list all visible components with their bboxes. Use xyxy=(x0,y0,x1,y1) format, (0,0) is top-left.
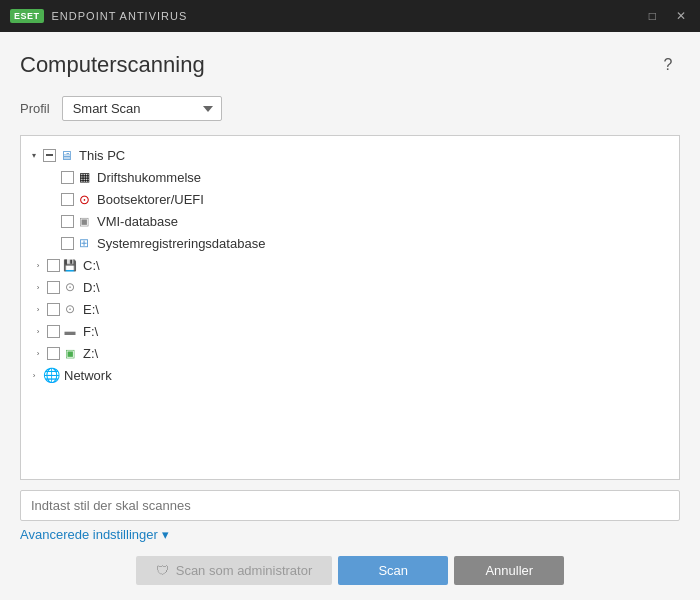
checkbox-e[interactable] xyxy=(47,303,60,316)
app-title: ENDPOINT ANTIVIRUS xyxy=(52,10,188,22)
tree-panel[interactable]: ▾ 🖥 This PC ▦ Driftshukommelse ⊙ Bootsek… xyxy=(20,135,680,480)
expand-f[interactable]: › xyxy=(31,324,45,338)
boot-icon: ⊙ xyxy=(76,191,92,207)
hdd-e-icon: ⊙ xyxy=(62,301,78,317)
checkbox-boot[interactable] xyxy=(61,193,74,206)
tree-item-c: › 💾 C:\ xyxy=(27,254,673,276)
label-drifts: Driftshukommelse xyxy=(97,170,201,185)
network-icon: 🌐 xyxy=(43,367,59,383)
minimize-button[interactable]: □ xyxy=(645,7,660,25)
vmi-icon: ▣ xyxy=(76,213,92,229)
label-e: E:\ xyxy=(83,302,99,317)
titlebar-controls: □ ✕ xyxy=(645,7,690,25)
eset-logo-badge: ESET xyxy=(10,9,44,23)
tree-item-e: › ⊙ E:\ xyxy=(27,298,673,320)
expand-e[interactable]: › xyxy=(31,302,45,316)
advanced-settings-label: Avancerede indstillinger xyxy=(20,527,158,542)
button-row: 🛡 Scan som administrator Scan Annuller xyxy=(20,556,680,585)
expand-thispc[interactable]: ▾ xyxy=(27,148,41,162)
label-reg: Systemregistreringsdatabase xyxy=(97,236,265,251)
checkbox-thispc[interactable] xyxy=(43,149,56,162)
label-c: C:\ xyxy=(83,258,100,273)
path-input[interactable] xyxy=(20,490,680,521)
checkbox-f[interactable] xyxy=(47,325,60,338)
tree-item-f: › ▬ F:\ xyxy=(27,320,673,342)
advanced-settings-link[interactable]: Avancerede indstillinger ▾ xyxy=(20,527,680,542)
scan-admin-label: Scan som administrator xyxy=(176,563,313,578)
main-content: Computerscanning ? Profil Smart Scan In-… xyxy=(0,32,700,600)
tree-item-reg: ⊞ Systemregistreringsdatabase xyxy=(27,232,673,254)
label-vmi: VMI-database xyxy=(97,214,178,229)
label-d: D:\ xyxy=(83,280,100,295)
tree-item-z: › ▣ Z:\ xyxy=(27,342,673,364)
page-header: Computerscanning ? xyxy=(20,52,680,78)
hdd-z-icon: ▣ xyxy=(62,345,78,361)
page-title: Computerscanning xyxy=(20,52,205,78)
chevron-down-icon: ▾ xyxy=(162,527,169,542)
checkbox-vmi[interactable] xyxy=(61,215,74,228)
reg-icon: ⊞ xyxy=(76,235,92,251)
profile-label: Profil xyxy=(20,101,50,116)
label-boot: Bootsektorer/UEFI xyxy=(97,192,204,207)
tree-item-vmi: ▣ VMI-database xyxy=(27,210,673,232)
titlebar: ESET ENDPOINT ANTIVIRUS □ ✕ xyxy=(0,0,700,32)
pc-icon: 🖥 xyxy=(58,147,74,163)
hdd-f-icon: ▬ xyxy=(62,323,78,339)
label-z: Z:\ xyxy=(83,346,98,361)
scan-button[interactable]: Scan xyxy=(338,556,448,585)
shield-icon: 🛡 xyxy=(156,564,170,578)
profile-row: Profil Smart Scan In-depth Scan Custom S… xyxy=(20,96,680,121)
checkbox-drifts[interactable] xyxy=(61,171,74,184)
checkbox-reg[interactable] xyxy=(61,237,74,250)
cancel-button[interactable]: Annuller xyxy=(454,556,564,585)
label-f: F:\ xyxy=(83,324,98,339)
hdd-d-icon: ⊙ xyxy=(62,279,78,295)
checkbox-d[interactable] xyxy=(47,281,60,294)
app-logo: ESET ENDPOINT ANTIVIRUS xyxy=(10,9,187,23)
ram-icon: ▦ xyxy=(76,169,92,185)
expand-z[interactable]: › xyxy=(31,346,45,360)
tree-item-d: › ⊙ D:\ xyxy=(27,276,673,298)
tree-item-drifts: ▦ Driftshukommelse xyxy=(27,166,673,188)
scan-as-admin-button[interactable]: 🛡 Scan som administrator xyxy=(136,556,333,585)
checkbox-c[interactable] xyxy=(47,259,60,272)
expand-network[interactable]: › xyxy=(27,368,41,382)
close-button[interactable]: ✕ xyxy=(672,7,690,25)
profile-select[interactable]: Smart Scan In-depth Scan Custom Scan xyxy=(62,96,222,121)
tree-item-boot: ⊙ Bootsektorer/UEFI xyxy=(27,188,673,210)
help-button[interactable]: ? xyxy=(656,53,680,77)
expand-c[interactable]: › xyxy=(31,258,45,272)
expand-d[interactable]: › xyxy=(31,280,45,294)
hdd-c-icon: 💾 xyxy=(62,257,78,273)
checkbox-z[interactable] xyxy=(47,347,60,360)
tree-item-network: › 🌐 Network xyxy=(27,364,673,386)
label-network: Network xyxy=(64,368,112,383)
tree-item-thispc: ▾ 🖥 This PC xyxy=(27,144,673,166)
label-thispc: This PC xyxy=(79,148,125,163)
